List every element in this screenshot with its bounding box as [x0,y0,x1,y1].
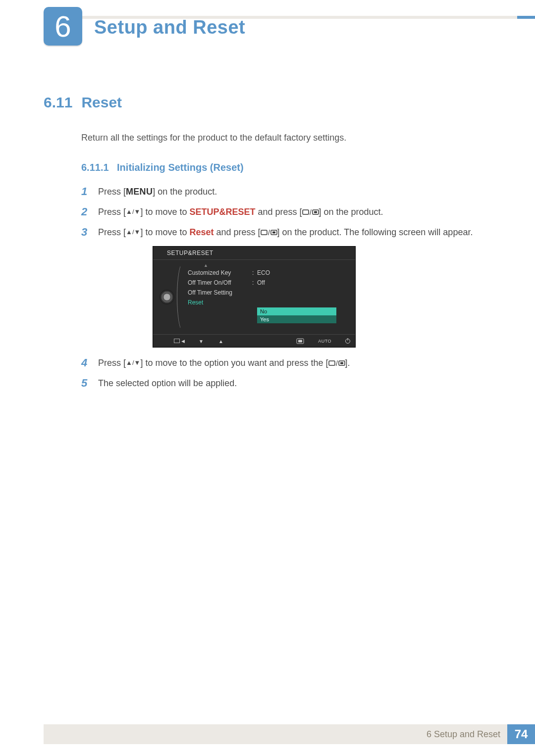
osd-enter-icon [296,338,304,344]
step-text: and press [ [255,207,302,217]
osd-option-highlight: No [257,307,336,315]
section-title: Reset [81,94,122,111]
osd-row-label: Off Timer Setting [188,289,252,296]
osd-down-icon: ▼ [199,339,205,343]
svg-rect-0 [303,210,309,214]
osd-row-label: Off Timer On/Off [188,279,252,286]
svg-rect-10 [329,361,335,365]
step-text: Press [ [98,187,126,197]
step-1: 1 Press [MENU] on the product. [81,185,496,199]
source-enter-icon: / [302,207,319,217]
svg-rect-13 [340,362,343,364]
up-down-icon: ▲/▼ [126,207,140,217]
osd-footer: ◀ ▼ ▲ AUTO [153,334,355,347]
osd-row-selected: Reset [186,298,355,307]
step-4: 4 Press [▲/▼] to move to the option you … [81,356,496,370]
step-text: Press [ [98,227,126,237]
svg-rect-7 [272,232,275,234]
step-text: ] on the product. The following screen w… [277,227,473,237]
subsection-heading: 6.11.1 Initializing Settings (Reset) [81,162,496,173]
step-number: 5 [81,377,90,390]
step-text: ] on the product. [153,187,217,197]
step-text: The selected option will be applied. [98,377,237,390]
header-rule-accent [517,16,535,19]
step-5: 5 The selected option will be applied. [81,377,496,390]
osd-scroll-up-icon: ▲ [186,263,355,268]
step-text: ] to move to [140,227,189,237]
target-keyword: SETUP&RESET [189,207,255,217]
step-2: 2 Press [▲/▼] to move to SETUP&RESET and… [81,205,496,219]
svg-rect-9 [298,340,302,342]
section-number: 6.11 [44,94,72,111]
section-heading: 6.11 Reset [44,94,496,111]
footer-chapter-label: 6 Setup and Reset [427,729,507,740]
osd-row-label: Reset [188,299,252,306]
step-text: ]. [345,358,350,368]
osd-category-icon [153,260,181,334]
step-text: ] on the product. [319,207,383,217]
step-text: and press [ [214,227,260,237]
osd-row: Customized Key : ECO [186,268,355,278]
step-number: 2 [81,205,90,218]
step-3: 3 Press [▲/▼] to move to Reset and press… [81,226,496,239]
osd-row-value: Off [257,279,265,286]
step-text: ] to move to [140,207,189,217]
subsection-number: 6.11.1 [81,162,109,173]
steps-list-continued: 4 Press [▲/▼] to move to the option you … [81,356,496,390]
osd-title: SETUP&RESET [153,247,355,260]
up-down-icon: ▲/▼ [126,227,140,237]
source-enter-icon: / [261,227,277,237]
osd-row: Off Timer On/Off : Off [186,278,355,288]
osd-option: Yes [257,315,336,323]
steps-list: 1 Press [MENU] on the product. 2 Press [… [81,185,496,239]
osd-row-value: ECO [257,269,270,276]
target-keyword: Reset [189,227,214,237]
step-number: 3 [81,226,90,239]
step-text: Press [ [98,207,126,217]
osd-up-icon: ▲ [218,339,224,343]
osd-back-icon: ◀ [174,339,185,344]
step-number: 4 [81,356,90,369]
osd-row-label: Customized Key [188,269,252,276]
footer-page-number: 74 [507,724,535,744]
svg-text:/: / [310,208,312,216]
svg-rect-4 [261,230,267,235]
up-down-icon: ▲/▼ [126,358,140,368]
osd-row: Off Timer Setting [186,288,355,298]
chapter-badge: 6 [44,7,82,46]
step-text: ] to move to the option you want and pre… [140,358,328,368]
svg-text:/: / [336,359,338,367]
osd-power-icon [345,339,350,344]
source-enter-icon: / [328,358,345,368]
step-number: 1 [81,185,90,198]
chapter-title: Setup and Reset [94,17,245,38]
step-text: Press [ [98,358,126,368]
svg-rect-3 [314,211,317,213]
svg-text:/: / [268,229,270,237]
menu-keyword: MENU [126,187,153,197]
osd-screenshot: SETUP&RESET ▲ Customized Key : ECO Off T… [153,246,496,348]
subsection-title: Initializing Settings (Reset) [117,162,244,173]
osd-option-popup: No Yes [257,307,336,323]
osd-auto-label: AUTO [318,339,331,344]
page-footer: 6 Setup and Reset 74 [44,724,535,744]
section-intro: Return all the settings for the product … [81,133,496,143]
gear-icon [160,291,173,303]
